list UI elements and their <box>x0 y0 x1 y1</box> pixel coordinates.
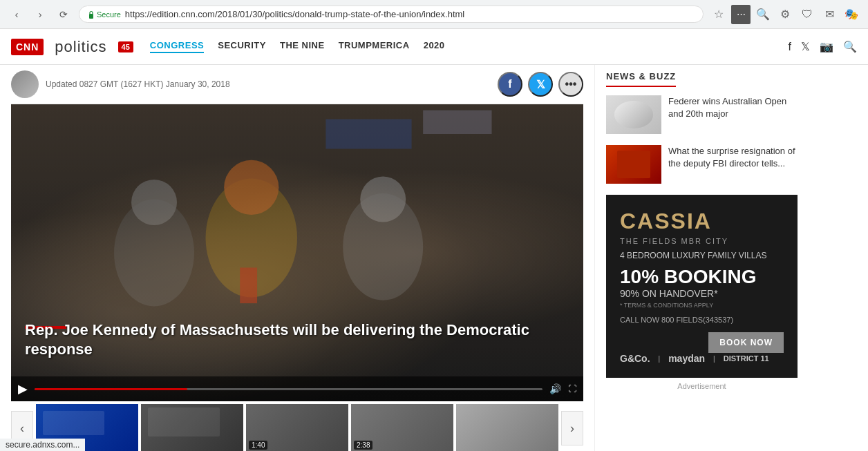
browser-actions: ☆ ⋯ 🔍 ⚙ 🛡 ✉ 🎭 <box>709 5 861 24</box>
ad-subtitle: THE FIELDS MBR CITY <box>620 237 784 245</box>
extension-icon-6[interactable]: 🎭 <box>842 5 861 24</box>
ad-book-button[interactable]: BOOK NOW <box>708 332 784 353</box>
content-wrapper: Updated 0827 GMT (1627 HKT) January 30, … <box>0 65 868 451</box>
twitter-header-icon[interactable]: 𝕏 <box>801 40 810 53</box>
ad-bottom: BOOK NOW <box>620 332 784 353</box>
share-twitter-button[interactable]: 𝕏 <box>528 72 553 97</box>
video-background: Rep. Joe Kennedy of Massachusetts will b… <box>11 104 583 401</box>
extension-icon-2[interactable]: 🔍 <box>753 5 773 24</box>
thumbnail-5[interactable] <box>456 404 558 451</box>
browser-bar: ‹ › ⟳ Secure https://edition.cnn.com/201… <box>0 0 868 29</box>
nav-the-nine[interactable]: THE NINE <box>280 40 325 53</box>
video-caption: Rep. Joe Kennedy of Massachusetts will b… <box>25 320 583 360</box>
ad-logo-district: DISTRICT 11 <box>724 354 769 363</box>
ad-logos: G&Co. | maydan | DISTRICT 11 <box>620 353 784 364</box>
video-progress-fill <box>35 388 187 390</box>
nav-trumpmerica[interactable]: TRUMPMERICA <box>339 40 410 53</box>
ad-logo-gco: G&Co. <box>620 353 650 364</box>
svg-rect-10 <box>240 268 257 304</box>
extension-icon-4[interactable]: 🛡 <box>798 5 817 24</box>
sidebar-section-title: NEWS & BUZZ <box>606 71 676 87</box>
svg-rect-9 <box>423 111 491 134</box>
svg-point-5 <box>131 180 177 225</box>
extension-icon-1[interactable]: ⋯ <box>731 5 751 24</box>
video-player[interactable]: Rep. Joe Kennedy of Massachusetts will b… <box>11 104 583 401</box>
video-volume-icon[interactable]: 🔊 <box>549 383 561 394</box>
instagram-header-icon[interactable]: 📷 <box>820 40 833 53</box>
thumb-3-duration: 1:40 <box>249 441 267 450</box>
status-bar: secure.adnxs.com... <box>0 439 85 451</box>
video-fullscreen-icon[interactable]: ⛶ <box>568 384 576 394</box>
thumbnail-2[interactable] <box>141 404 243 451</box>
back-button[interactable]: ‹ <box>7 5 26 24</box>
nav-2020[interactable]: 2020 <box>424 40 445 53</box>
badge-45: 45 <box>118 41 133 52</box>
secure-label: Secure <box>97 10 121 19</box>
sidebar-thumb-1 <box>606 95 661 134</box>
facebook-header-icon[interactable]: f <box>789 41 791 53</box>
social-share: f 𝕏 ••• <box>498 72 583 97</box>
search-header-icon[interactable]: 🔍 <box>843 40 857 53</box>
site-header: CNN politics 45 CONGRESS SECURITY THE NI… <box>0 29 868 65</box>
ad-description: 4 BEDROOM LUXURY FAMILY VILLAS <box>620 251 784 260</box>
forward-button[interactable]: › <box>30 5 50 24</box>
author-avatar <box>11 70 39 98</box>
extension-icon-3[interactable]: ⚙ <box>775 5 795 24</box>
ad-offer: 10% BOOKING <box>620 266 784 288</box>
address-bar[interactable]: Secure https://edition.cnn.com/2018/01/3… <box>79 6 704 23</box>
thumb-4-duration: 2:38 <box>354 441 372 450</box>
url-text: https://edition.cnn.com/2018/01/30/polit… <box>125 9 464 19</box>
thumbnail-4[interactable]: 2:38 <box>351 404 453 451</box>
header-social: f 𝕏 📷 🔍 <box>789 40 857 53</box>
ad-fine-print: * TERMS & CONDITIONS APPLY <box>620 302 784 309</box>
thumb-next-button[interactable]: › <box>561 411 583 445</box>
advertisement: CASSIA THE FIELDS MBR CITY 4 BEDROOM LUX… <box>606 195 798 378</box>
secure-icon: Secure <box>88 10 121 19</box>
ad-title: CASSIA <box>620 209 784 234</box>
video-play-button[interactable]: ▶ <box>18 381 28 396</box>
share-facebook-button[interactable]: f <box>498 72 522 97</box>
cnn-logo[interactable]: CNN <box>11 39 44 55</box>
ad-offer2: 90% ON HANDOVER* <box>620 288 784 299</box>
reload-button[interactable]: ⟳ <box>54 5 73 24</box>
ad-logo-sep2: | <box>713 355 715 363</box>
sidebar-article-2-title: What the surprise resignation of the dep… <box>668 145 798 170</box>
browser-controls: ‹ › ⟳ <box>7 5 73 24</box>
thumbnails-row: ‹ 1:40 2:38 › <box>11 404 583 451</box>
svg-rect-8 <box>326 119 411 149</box>
thumbnail-3[interactable]: 1:40 <box>246 404 348 451</box>
svg-point-7 <box>360 177 406 222</box>
svg-point-3 <box>224 160 279 215</box>
sidebar-article-1-title: Federer wins Australian Open and 20th ma… <box>668 95 798 120</box>
video-controls-bar: ▶ 🔊 ⛶ <box>11 376 583 401</box>
sidebar-article-2[interactable]: What the surprise resignation of the dep… <box>606 145 798 184</box>
sidebar: NEWS & BUZZ Federer wins Australian Open… <box>594 65 809 451</box>
share-more-button[interactable]: ••• <box>558 72 583 97</box>
svg-rect-0 <box>89 14 93 19</box>
extension-icon-5[interactable]: ✉ <box>820 5 839 24</box>
nav-congress[interactable]: CONGRESS <box>150 40 204 53</box>
main-content: Updated 0827 GMT (1627 HKT) January 30, … <box>0 65 594 451</box>
ad-logo-sep1: | <box>659 355 661 363</box>
video-progress-bar[interactable] <box>35 388 542 390</box>
sidebar-thumb-2 <box>606 145 661 184</box>
article-timestamp: Updated 0827 GMT (1627 HKT) January 30, … <box>46 79 230 89</box>
ad-label: Advertisement <box>606 382 798 390</box>
nav-security[interactable]: SECURITY <box>218 40 266 53</box>
ad-logo-maydan: maydan <box>668 353 705 364</box>
article-meta: Updated 0827 GMT (1627 HKT) January 30, … <box>11 65 583 104</box>
nav-menu: CONGRESS SECURITY THE NINE TRUMPMERICA 2… <box>150 40 445 53</box>
sidebar-article-1[interactable]: Federer wins Australian Open and 20th ma… <box>606 95 798 134</box>
ad-phone: CALL NOW 800 FIELDS(343537) <box>620 316 784 324</box>
bookmark-icon[interactable]: ☆ <box>709 5 728 24</box>
site-section: politics <box>55 38 106 56</box>
